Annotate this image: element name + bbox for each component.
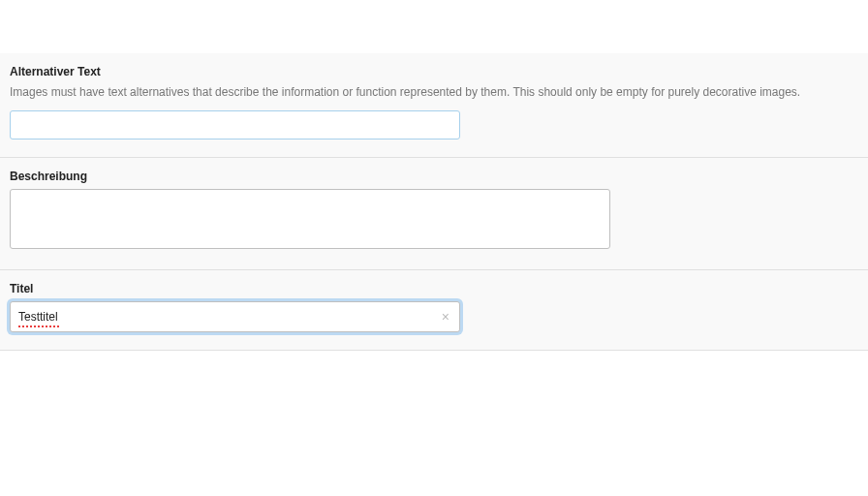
alt-text-label: Alternativer Text — [10, 65, 858, 78]
top-spacer — [0, 0, 868, 53]
alt-text-input[interactable] — [10, 110, 460, 140]
title-label: Titel — [10, 282, 858, 295]
clear-icon[interactable]: × — [442, 310, 450, 324]
title-input-wrapper: × — [10, 301, 460, 332]
description-label: Beschreibung — [10, 170, 858, 183]
title-input[interactable] — [11, 302, 459, 331]
title-section: Titel × — [0, 269, 868, 350]
section-divider — [0, 350, 868, 351]
alt-text-help: Images must have text alternatives that … — [10, 84, 858, 101]
description-input[interactable] — [10, 189, 610, 249]
description-section: Beschreibung — [0, 157, 868, 269]
alt-text-section: Alternativer Text Images must have text … — [0, 53, 868, 157]
